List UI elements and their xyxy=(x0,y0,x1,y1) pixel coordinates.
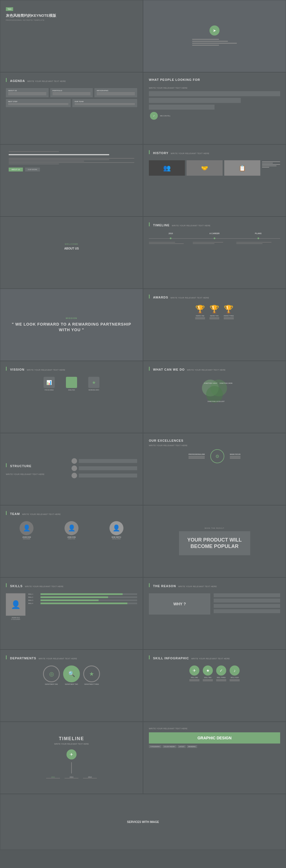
agenda-header: AGENDA WRITE YOUR RELEVANT TEXT HERE xyxy=(6,78,137,85)
team-title: TEAM xyxy=(10,512,20,516)
agenda-box-title-1: ABOUT US xyxy=(8,90,46,91)
arrow-panel: ➤ xyxy=(143,0,286,72)
awards-header: AWARDS WRITE YOUR RELEVANT TEXT HERE xyxy=(149,294,280,301)
structure-item-2 xyxy=(71,465,137,471)
history-title: HISTORY xyxy=(153,151,169,155)
team-member-1: 👤 JOHN DOE DESIGNER xyxy=(6,521,47,539)
awards-green-bar xyxy=(149,294,150,299)
looking-header: WHAT PEOPLE LOOKING FOR xyxy=(149,78,280,84)
timeline-header: TIMELINE WRITE YOUR RELEVANT TEXT HERE xyxy=(149,222,280,229)
about-label xyxy=(9,151,134,152)
about-buttons: ABOUT US OUR WORK xyxy=(9,167,134,172)
what-header: WHAT CAN WE DO WRITE YOUR RELEVANT TEXT … xyxy=(149,367,280,373)
quote-panel: MISSION " WE LOOK FORWARD TO A REWARDING… xyxy=(0,289,143,361)
departments-green-bar xyxy=(6,655,7,659)
reason-line-3 xyxy=(214,604,280,608)
vision-header: VISSION WRITE YOUR RELEVANT TEXT HERE xyxy=(6,367,137,373)
skill-bar-bg-4 xyxy=(40,602,137,604)
why-box: WHY ? xyxy=(149,593,210,615)
timeline-panel: TIMELINE WRITE YOUR RELEVANT TEXT HERE 2… xyxy=(143,217,286,289)
vision-subtitle: WRITE YOUR RELEVANT TEXT HERE xyxy=(27,369,65,371)
exc-title-1: PROFESSIONALISM xyxy=(188,454,205,455)
skill-icon-item-2: ★ SKILL TWO xyxy=(203,665,213,682)
timeline-year-2: A CAREER xyxy=(193,232,237,235)
award-label-3: AWARD THREE xyxy=(224,315,234,317)
timeline-title: TIMELINE xyxy=(153,223,170,227)
graphic-title: GRAPHIC DESIGN xyxy=(152,736,277,740)
skill-info-subtitle: WRITE YOUR RELEVANT TEXT HERE xyxy=(191,658,230,660)
about-panel: ABOUT US OUR WORK xyxy=(0,144,143,217)
skill-icon-bars-3 xyxy=(216,679,226,681)
dept-circle-wrap-1: ◎ DEPARTMENT ONE xyxy=(43,665,60,685)
what-subtitle: WRITE YOUR RELEVANT TEXT HERE xyxy=(187,369,225,371)
dept-circle-wrap-3: ★ DEPARTMENT THREE xyxy=(83,665,100,685)
skill-name-4: SKILL 4 xyxy=(28,602,39,604)
skills-bars: SKILL 1 SKILL 2 SKILL 3 xyxy=(28,593,137,620)
skill-bar-fill-1 xyxy=(40,593,122,595)
awards-subtitle: WRITE YOUR RELEVANT TEXT HERE xyxy=(170,297,209,299)
agenda-box-title-5: OUR TEAM xyxy=(75,101,135,102)
reason-panel: THE REASON WRITE YOUR RELEVANT TEXT HERE… xyxy=(143,577,286,650)
services-title: SERVICES WITH IMAGE xyxy=(121,815,165,829)
skill-info-header: SKILL INFOGRAPHIC WRITE YOUR RELEVANT TE… xyxy=(149,655,280,662)
vision-panel: VISSION WRITE YOUR RELEVANT TEXT HERE 📊 … xyxy=(0,361,143,433)
dept-circle-wrap-2: 🔍 DEPARTMENT TWO xyxy=(63,665,80,685)
we-can-circle: ✓ xyxy=(150,112,158,120)
skill-row-4: SKILL 4 xyxy=(28,602,137,604)
skills-content: 👤 JOHN KLE UI DESIGNER SKILL 1 SKILL 2 xyxy=(6,593,137,620)
structure-items xyxy=(71,458,137,480)
cover-subtitle: PROFESSIONAL KEYNOTE TEMPLATE xyxy=(6,19,137,21)
structure-item-1 xyxy=(71,458,137,464)
skills-header: SKILLS WRITE YOUR RELEVANT TEXT HERE xyxy=(6,583,137,590)
dept-label-2: DEPARTMENT TWO xyxy=(63,683,80,685)
award-lines-3 xyxy=(224,317,234,319)
structure-title-area: STRUCTURE WRITE YOUR RELEVANT TEXT HERE xyxy=(6,463,71,475)
venn-diagram: SOMETHING GREAT SOMETHING MORE SOMETHING… xyxy=(186,378,243,403)
agenda-green-bar xyxy=(6,78,7,82)
skill-icon-label-3: SKILL THREE xyxy=(216,677,226,678)
history-img-3: 📋 xyxy=(224,160,260,176)
trophy-icon-1: 🏆 xyxy=(195,305,205,314)
agenda-title: AGENDA xyxy=(10,79,25,83)
history-img-2: 🤝 xyxy=(186,160,223,176)
looking-item-2 xyxy=(149,98,280,103)
team-header: TEAM WRITE YOUR RELEVANT TEXT HERE xyxy=(6,511,137,518)
departments-subtitle: WRITE YOUR RELEVANT TEXT HERE xyxy=(39,658,77,660)
team-role-1: DESIGNER xyxy=(6,538,47,539)
timeline-desc-1 xyxy=(149,242,193,244)
cover-panel: TAG 灰色风格简约的KEYNOTE模版 PROFESSIONAL KEYNOT… xyxy=(0,0,143,72)
timeline-subtitle: WRITE YOUR RELEVANT TEXT HERE xyxy=(172,225,210,226)
product-box: YOUR PRODUCT WILLBECOME POPULAR xyxy=(179,531,250,556)
timeline2-title: TIMELINE xyxy=(59,736,84,741)
history-panel: HISTORY WRITE YOUR RELEVANT TEXT HERE 👥 … xyxy=(143,144,286,217)
timeline2-icon: ✈ xyxy=(67,749,76,760)
team-member-2: 👤 JANE DOE DIRECTOR xyxy=(51,521,93,539)
skills-person: 👤 JOHN KLE UI DESIGNER xyxy=(6,593,26,620)
timeline-line-3 xyxy=(236,236,280,241)
awards-title: AWARDS xyxy=(153,296,168,299)
graphic-title-box: GRAPHIC DESIGN xyxy=(149,732,280,744)
skills-green-bar xyxy=(6,583,7,587)
struct-avatar-2 xyxy=(71,465,77,471)
reason-line-2 xyxy=(214,599,280,602)
history-subtitle: WRITE YOUR RELEVANT TEXT HERE xyxy=(171,152,209,154)
skill-icon-item-1: ✈ SKILL ONE xyxy=(189,665,200,682)
agenda-box-title-4: NEXT STEP xyxy=(8,101,68,102)
skill-info-title: SKILL INFOGRAPHIC xyxy=(153,656,189,660)
graphic-tag-3: LAYOUT xyxy=(178,745,186,748)
vision-icon-3: ★ xyxy=(88,377,100,388)
skill-icon-bars-2 xyxy=(203,679,213,681)
graphic-tag-4: BRANDING xyxy=(187,745,197,748)
timeline-desc-2 xyxy=(193,242,237,244)
we-can-label: WE CAN FILL xyxy=(160,115,171,117)
skill-icon-bars-4 xyxy=(229,679,240,681)
skills-subtitle: WRITE YOUR RELEVANT TEXT HERE xyxy=(25,586,63,587)
team-subtitle: WRITE YOUR RELEVANT TEXT HERE xyxy=(22,513,61,515)
skill-bar-fill-2 xyxy=(40,596,108,598)
timeline2-sub: WRITE YOUR RELEVANT TEXT HERE xyxy=(54,743,89,745)
struct-bar-1 xyxy=(79,459,137,463)
vision-icon-1: 📊 xyxy=(43,377,55,388)
agenda-boxes: ABOUT US PORTFOLIO INFOGRAPHIC xyxy=(6,88,137,97)
structure-item-3 xyxy=(71,473,137,478)
agenda-boxes-2: NEXT STEP OUR TEAM xyxy=(6,99,137,107)
